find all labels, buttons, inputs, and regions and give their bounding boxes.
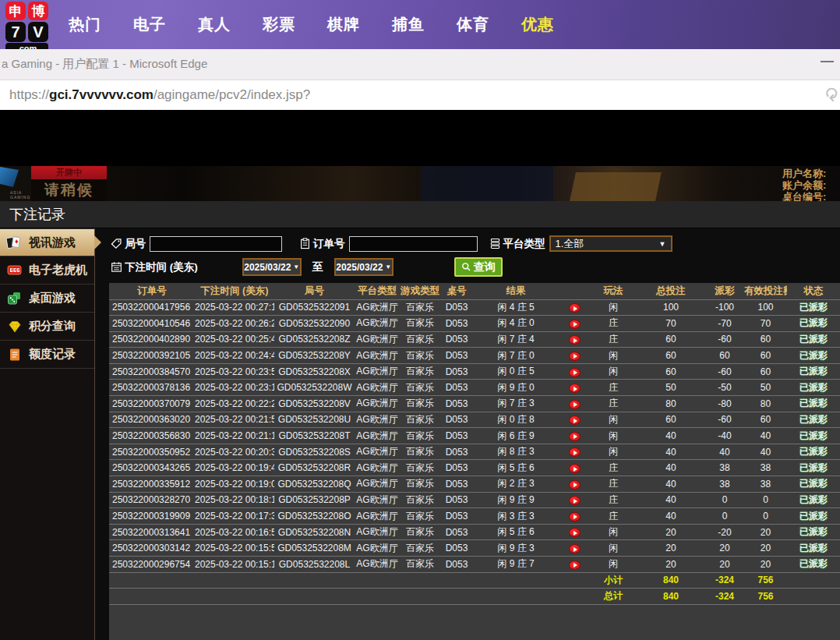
nav-item-live[interactable]: 真人 — [198, 14, 231, 35]
nav-item-sports[interactable]: 体育 — [457, 14, 489, 35]
cell-result: 闲 5 庄 6 — [473, 460, 559, 476]
sidebar-item-slot-machines[interactable]: 电子老虎机 — [0, 256, 94, 285]
date-from-picker[interactable]: 2025/03/22 ▼ — [242, 258, 302, 276]
cell-game-type: 百家乐 — [400, 476, 440, 493]
refresh-icon[interactable]: ⟳ — [821, 87, 840, 102]
cell-total-bet: 60 — [637, 331, 705, 348]
sidebar-item-label: 积分查询 — [29, 319, 76, 334]
round-number-input[interactable] — [150, 236, 282, 252]
replay-play-button[interactable] — [569, 303, 581, 313]
ledger-icon — [6, 347, 23, 362]
date-to-picker[interactable]: 2025/03/22 ▼ — [334, 258, 394, 276]
cell-round-number: GD0532532208R — [274, 460, 355, 476]
replay-play-button[interactable] — [569, 368, 581, 377]
cell-game-type: 百家乐 — [400, 524, 440, 540]
nav-item-board[interactable]: 棋牌 — [327, 14, 360, 35]
subtotal-row: 小计 840 -324 756 — [109, 572, 840, 589]
cell-total-bet: 60 — [637, 348, 705, 364]
nav-item-hot[interactable]: 热门 — [69, 14, 101, 35]
subtotal-total-bet: 840 — [637, 572, 705, 589]
address-bar[interactable]: https://gci.7vvvvvv.com/agingame/pcv2/in… — [0, 87, 310, 103]
cell-table-number: D053 — [440, 396, 473, 412]
replay-play-button[interactable] — [569, 352, 581, 361]
cell-bet-time: 2025-03-22 00:19:46 — [195, 460, 274, 476]
replay-play-button[interactable] — [569, 464, 581, 473]
sidebar-item-live-games[interactable]: 视讯游戏 — [0, 228, 94, 256]
url-domain: gci.7vvvvvv.com — [49, 87, 154, 102]
cell-result: 闲 0 庄 5 — [473, 363, 559, 380]
replay-play-button[interactable] — [569, 384, 581, 393]
nav-item-promo[interactable]: 优惠 — [521, 14, 554, 35]
nav-item-lottery[interactable]: 彩票 — [263, 14, 295, 35]
platform-type-label: 平台类型 — [503, 237, 545, 251]
cell-table-number: D053 — [440, 412, 473, 428]
cell-bet-time: 2025-03-22 00:21:11 — [195, 428, 274, 444]
search-button[interactable]: 查询 — [454, 257, 503, 277]
replay-play-button[interactable] — [569, 432, 581, 441]
replay-play-button[interactable] — [569, 447, 581, 457]
cell-status: 已派彩 — [787, 460, 840, 476]
table-row: 250322000343265 2025-03-22 00:19:46 GD05… — [109, 460, 840, 476]
chevron-down-icon: ▼ — [659, 240, 666, 248]
round-number-label: 局号 — [125, 237, 146, 251]
replay-play-button[interactable] — [569, 335, 581, 345]
sidebar-item-points-query[interactable]: 积分查询 — [0, 313, 94, 341]
replay-play-button[interactable] — [569, 320, 581, 329]
replay-play-button[interactable] — [569, 544, 581, 553]
bet-time-label: 下注时间 (美东) — [125, 260, 198, 274]
cell-result: 闲 9 庄 9 — [473, 492, 559, 508]
replay-play-button[interactable] — [569, 400, 581, 409]
cell-valid-bet: 80 — [744, 396, 787, 412]
cell-game-type: 百家乐 — [400, 316, 440, 332]
cell-valid-bet: 100 — [744, 299, 787, 316]
col-header-platform: 平台类型 — [355, 283, 400, 299]
replay-play-button[interactable] — [569, 512, 581, 522]
sidebar-item-label: 视讯游戏 — [29, 235, 76, 250]
cell-bet-type: 庄 — [590, 396, 637, 412]
col-header-bet-type: 玩法 — [590, 283, 637, 299]
cell-round-number: GD0532532208Y — [274, 348, 355, 364]
cell-status: 已派彩 — [787, 428, 840, 444]
replay-play-button[interactable] — [569, 496, 581, 505]
cell-platform: AG欧洲厅 — [355, 492, 400, 508]
cell-result: 闲 7 庄 0 — [473, 348, 559, 364]
table-row: 250322000370079 2025-03-22 00:22:29 GD05… — [109, 396, 840, 412]
cell-platform: AG欧洲厅 — [355, 316, 400, 332]
cell-total-bet: 40 — [637, 476, 705, 493]
cell-payout: -20 — [705, 524, 744, 540]
cell-bet-type: 闲 — [590, 299, 637, 316]
cell-platform: AG欧洲厅 — [355, 460, 400, 476]
cell-round-number: GD05325322091 — [274, 299, 355, 316]
replay-play-button[interactable] — [569, 560, 581, 570]
cell-round-number: GD0532532208O — [274, 508, 355, 525]
cell-payout: -40 — [705, 428, 744, 444]
window-title: a Gaming - 用户配置 1 - Microsoft Edge — [0, 57, 207, 72]
sidebar-item-label: 电子老虎机 — [29, 263, 87, 278]
nav-item-fishing[interactable]: 捕鱼 — [392, 14, 425, 35]
cell-game-type: 百家乐 — [400, 444, 440, 460]
cell-round-number: GD0532532208T — [274, 428, 355, 444]
minimize-button[interactable] — [821, 61, 834, 62]
cell-table-number: D053 — [440, 557, 473, 573]
cell-total-bet: 40 — [637, 492, 705, 508]
cell-game-type: 百家乐 — [400, 508, 440, 525]
cell-bet-time: 2025-03-22 00:25:44 — [195, 331, 274, 348]
cell-platform: AG欧洲厅 — [355, 557, 400, 573]
col-header-order: 订单号 — [109, 283, 195, 299]
subtotal-payout: -324 — [705, 572, 744, 589]
site-logo[interactable]: 申 博 7 V .com — [5, 2, 51, 53]
cell-valid-bet: 70 — [744, 316, 787, 332]
replay-play-button[interactable] — [569, 480, 581, 490]
cell-bet-time: 2025-03-22 00:23:16 — [195, 380, 274, 396]
nav-item-slots[interactable]: 电子 — [133, 14, 166, 35]
replay-play-button[interactable] — [569, 528, 581, 537]
platform-select[interactable]: 1.全部 ▼ — [549, 235, 672, 252]
clipboard-icon — [299, 238, 311, 249]
cell-payout: 20 — [705, 540, 744, 557]
banner-backdrop-shape — [421, 166, 553, 201]
replay-play-button[interactable] — [569, 415, 581, 425]
cell-order-number: 250322000356830 — [109, 428, 195, 444]
sidebar-item-credit-records[interactable]: 额度记录 — [0, 341, 94, 369]
order-number-input[interactable] — [349, 236, 478, 252]
sidebar-item-table-games[interactable]: 桌面游戏 — [0, 285, 94, 313]
